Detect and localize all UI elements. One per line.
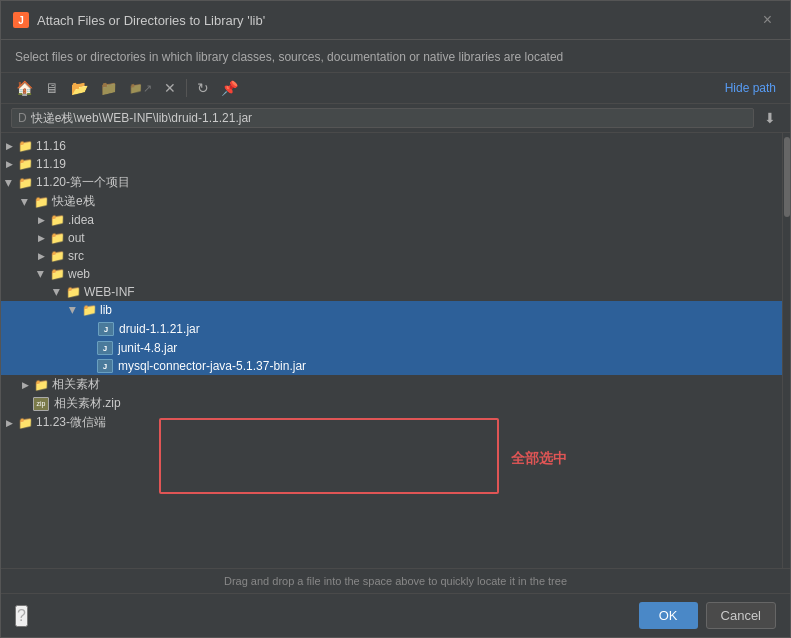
item-label: 相关素材.zip	[54, 395, 121, 412]
list-item[interactable]: ▶ J mysql-connector-java-5.1.37-bin.jar	[1, 357, 782, 375]
item-label: mysql-connector-java-5.1.37-bin.jar	[118, 359, 306, 373]
list-item[interactable]: ▶ 📁 src	[1, 247, 782, 265]
path-input[interactable]	[31, 111, 747, 125]
path-prefix: D	[18, 111, 27, 125]
toolbar-separator	[186, 79, 187, 97]
item-label: junit-4.8.jar	[118, 341, 177, 355]
folder-icon: 📁	[49, 230, 65, 246]
path-input-wrapper: D	[11, 108, 754, 128]
refresh-button[interactable]: ↻	[192, 77, 214, 99]
jar-icon: J	[97, 359, 113, 373]
item-label: web	[68, 267, 90, 281]
footer: ? OK Cancel	[1, 593, 790, 637]
drag-drop-hint: Drag and drop a file into the space abov…	[1, 568, 790, 593]
item-label: lib	[100, 303, 112, 317]
help-button[interactable]: ?	[15, 605, 28, 627]
jar-icon: J	[98, 322, 114, 336]
footer-buttons: OK Cancel	[639, 602, 776, 629]
jar-icon: J	[97, 341, 113, 355]
list-item[interactable]: ▶ J junit-4.8.jar	[1, 339, 782, 357]
folder-new-button[interactable]: 📁	[95, 77, 122, 99]
list-item[interactable]: ▶ zip 相关素材.zip	[1, 394, 782, 413]
item-label: 11.16	[36, 139, 66, 153]
folder-icon: 📁	[33, 377, 49, 393]
folder-icon: 📁	[49, 248, 65, 264]
toolbar: 🏠 🖥 📂 📁 📁↗ ✕ ↻ 📌 Hide path	[1, 73, 790, 104]
cancel-button[interactable]: Cancel	[706, 602, 776, 629]
item-label: 相关素材	[52, 376, 100, 393]
item-label: 11.19	[36, 157, 66, 171]
expand-arrow: ▶	[1, 415, 17, 431]
file-tree[interactable]: ▶ 📁 11.16 ▶ 📁 11.19 ▶ 📁 11.20-第一个项目 ▶ 📁	[1, 133, 782, 568]
expand-arrow: ▶	[17, 377, 33, 393]
list-item[interactable]: ▶ J druid-1.1.21.jar	[1, 319, 782, 339]
path-download-button[interactable]: ⬇	[760, 108, 780, 128]
expand-arrow: ▶	[33, 266, 49, 282]
item-label: 11.23-微信端	[36, 414, 106, 431]
expand-arrow: ▶	[33, 248, 49, 264]
folder-icon: 📁	[17, 156, 33, 172]
title-bar-left: J Attach Files or Directories to Library…	[13, 12, 265, 28]
folder-open-button[interactable]: 📂	[66, 77, 93, 99]
item-label: 11.20-第一个项目	[36, 174, 130, 191]
hide-path-button[interactable]: Hide path	[721, 79, 780, 97]
folder-icon: 📁	[81, 302, 97, 318]
item-label: druid-1.1.21.jar	[119, 322, 200, 336]
item-label: WEB-INF	[84, 285, 135, 299]
folder-icon: 📁	[17, 415, 33, 431]
expand-arrow: ▶	[65, 302, 81, 318]
list-item[interactable]: ▶ 📁 11.20-第一个项目	[1, 173, 782, 192]
item-label: .idea	[68, 213, 94, 227]
folder-icon: 📁	[65, 284, 81, 300]
list-item[interactable]: ▶ 📁 out	[1, 229, 782, 247]
path-bar: D ⬇	[1, 104, 790, 133]
expand-arrow: ▶	[33, 230, 49, 246]
folder-icon: 📁	[17, 175, 33, 191]
list-item[interactable]: ▶ 📁 .idea	[1, 211, 782, 229]
expand-arrow: ▶	[1, 138, 17, 154]
folder-icon: 📁	[49, 266, 65, 282]
expand-arrow: ▶	[49, 284, 65, 300]
item-label: 快递e栈	[52, 193, 95, 210]
close-button[interactable]: ×	[757, 9, 778, 31]
folder-move-button[interactable]: 📁↗	[124, 79, 157, 98]
expand-arrow: ▶	[1, 156, 17, 172]
title-bar: J Attach Files or Directories to Library…	[1, 1, 790, 40]
folder-icon: 📁	[49, 212, 65, 228]
list-item[interactable]: ▶ 📁 web	[1, 265, 782, 283]
delete-button[interactable]: ✕	[159, 77, 181, 99]
annotation-label: 全部选中	[511, 450, 567, 468]
list-item[interactable]: ▶ 📁 WEB-INF	[1, 283, 782, 301]
dialog: J Attach Files or Directories to Library…	[0, 0, 791, 638]
item-label: src	[68, 249, 84, 263]
expand-arrow: ▶	[17, 194, 33, 210]
list-item[interactable]: ▶ 📁 11.16	[1, 137, 782, 155]
list-item[interactable]: ▶ 📁 lib	[1, 301, 782, 319]
folder-icon: 📁	[17, 138, 33, 154]
zip-icon: zip	[33, 397, 49, 411]
expand-arrow: ▶	[1, 175, 17, 191]
main-content: ▶ 📁 11.16 ▶ 📁 11.19 ▶ 📁 11.20-第一个项目 ▶ 📁	[1, 133, 790, 568]
home-button[interactable]: 🏠	[11, 77, 38, 99]
expand-arrow: ▶	[33, 212, 49, 228]
list-item[interactable]: ▶ 📁 11.19	[1, 155, 782, 173]
scrollbar-thumb[interactable]	[784, 137, 790, 217]
pin-button[interactable]: 📌	[216, 77, 243, 99]
dialog-description: Select files or directories in which lib…	[1, 40, 790, 73]
list-item[interactable]: ▶ 📁 快递e栈	[1, 192, 782, 211]
ok-button[interactable]: OK	[639, 602, 698, 629]
app-icon: J	[13, 12, 29, 28]
item-label: out	[68, 231, 85, 245]
folder-icon: 📁	[33, 194, 49, 210]
scrollbar[interactable]	[782, 133, 790, 568]
computer-button[interactable]: 🖥	[40, 77, 64, 99]
dialog-title: Attach Files or Directories to Library '…	[37, 13, 265, 28]
list-item[interactable]: ▶ 📁 11.23-微信端	[1, 413, 782, 432]
list-item[interactable]: ▶ 📁 相关素材	[1, 375, 782, 394]
